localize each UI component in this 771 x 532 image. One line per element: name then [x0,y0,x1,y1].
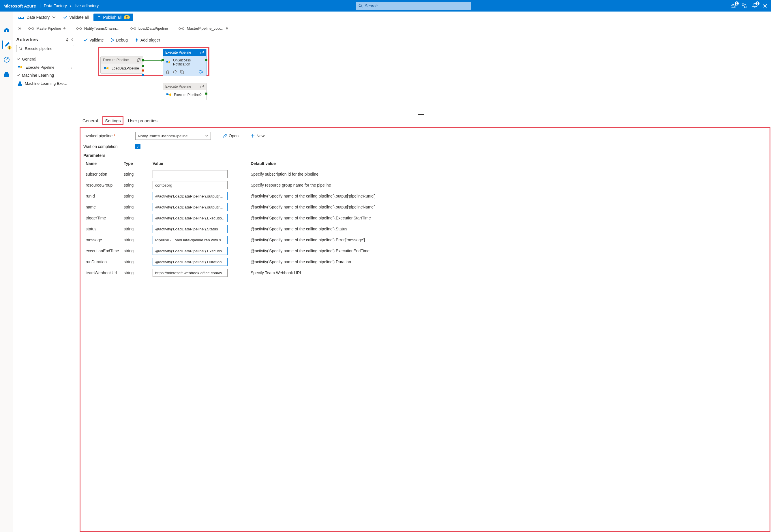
global-search[interactable]: Search [355,2,471,10]
breadcrumb-root[interactable]: Data Factory [44,3,67,8]
validate-all-label: Validate all [69,15,89,20]
shell-badge: 1 [735,1,739,5]
svg-rect-6 [19,17,20,18]
svg-rect-2 [742,4,744,5]
publish-all-button[interactable]: Publish all 2 [93,14,133,21]
svg-rect-7 [21,17,22,18]
search-icon [358,4,362,8]
feedback-button[interactable] [742,3,747,8]
settings-button[interactable] [762,3,768,8]
svg-rect-3 [744,6,746,8]
breadcrumb: Data Factory ▸ live-adfactory [44,3,99,8]
svg-line-1 [361,6,362,7]
brand-label[interactable]: Microsoft Azure [3,3,40,8]
chevron-down-icon [52,16,55,18]
breadcrumb-leaf[interactable]: live-adfactory [75,3,99,8]
factory-menu[interactable]: Data Factory [16,14,58,21]
azure-header: Microsoft Azure Data Factory ▸ live-adfa… [0,0,771,12]
notifications-button[interactable]: 8 [752,3,757,8]
svg-point-4 [764,5,766,7]
cloud-shell-button[interactable]: 1 [731,3,736,8]
validate-all-button[interactable]: Validate all [63,15,89,20]
factory-menu-label: Data Factory [27,15,50,20]
checkmark-icon [63,16,67,19]
gear-icon [763,3,768,8]
search-placeholder: Search [365,3,377,8]
left-rail: 2 [0,12,13,23]
feedback-icon [742,3,746,8]
bell-badge: 8 [755,1,759,5]
breadcrumb-sep: ▸ [70,3,72,8]
svg-rect-8 [22,17,23,18]
svg-point-0 [359,4,361,7]
factory-icon [18,15,24,19]
publish-all-label: Publish all [103,15,122,20]
author-toolbar: Data Factory Validate all Publish all 2 [0,12,771,23]
publish-count-badge: 2 [124,15,129,19]
upload-icon [97,15,101,19]
